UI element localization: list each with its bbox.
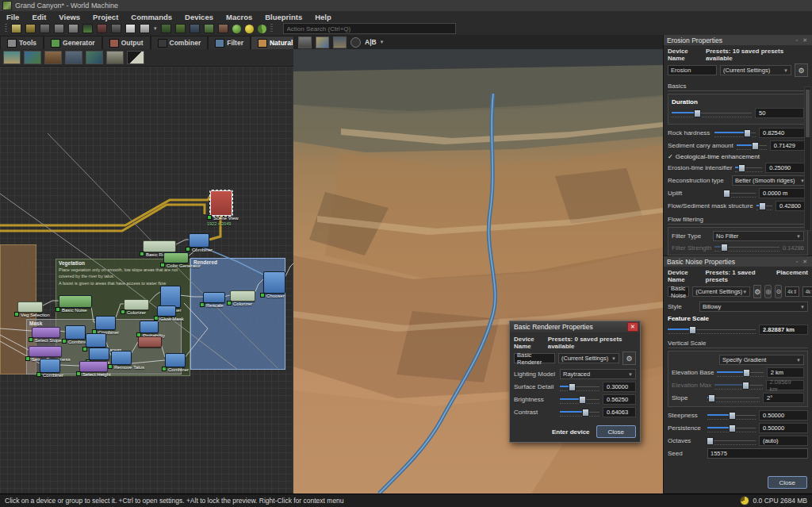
- reconstruction-dropdown[interactable]: Better (Smooth ridges)▼: [732, 175, 808, 186]
- menu-macros[interactable]: Macros: [220, 13, 259, 21]
- graph-node-colorizer[interactable]: [230, 290, 255, 302]
- filter-type-dropdown[interactable]: No Filter▼: [713, 231, 804, 241]
- render-mode-icon[interactable]: [298, 36, 312, 48]
- sediment-value[interactable]: 0.71429: [770, 140, 808, 151]
- graph-node-edit-flow-areas[interactable]: [86, 333, 106, 348]
- open-icon[interactable]: [25, 24, 36, 33]
- brightness-slider[interactable]: [560, 396, 599, 404]
- wireframe-mode-icon[interactable]: [333, 36, 347, 48]
- build-ball-split-icon[interactable]: [258, 25, 266, 33]
- save-icon[interactable]: [54, 24, 64, 33]
- graph-node-remove-river[interactable]: [89, 348, 109, 360]
- graph-node-combiner[interactable]: [189, 233, 209, 248]
- graph-node-combiner[interactable]: [165, 353, 186, 367]
- layout-grid-icon[interactable]: [140, 24, 150, 33]
- elevation-base-value[interactable]: 2 km: [767, 367, 804, 378]
- graph-node-chooser[interactable]: [263, 271, 285, 294]
- preset-dropdown[interactable]: (Current Settings)▼: [692, 286, 750, 297]
- pointer-icon[interactable]: [68, 24, 79, 33]
- surface-detail-value[interactable]: 0.30000: [603, 382, 636, 392]
- ab-compare-toggle[interactable]: A|B: [365, 38, 377, 46]
- placement-size-spinner[interactable]: 4k⇕: [785, 286, 799, 297]
- tab-tools[interactable]: Tools: [0, 36, 44, 49]
- dialog-close-button[interactable]: Close: [596, 425, 636, 438]
- graph-node-scene-view[interactable]: [210, 190, 232, 216]
- graph-node-select-slope[interactable]: [32, 327, 60, 338]
- device-palette-item[interactable]: [3, 51, 21, 64]
- new-world-icon[interactable]: [11, 24, 21, 33]
- erosion-panel-header[interactable]: Erosion Properties ▫ ✕: [664, 35, 812, 45]
- device-palette-item[interactable]: [106, 51, 124, 64]
- texture-view-icon[interactable]: [218, 24, 228, 33]
- placement-size-spinner[interactable]: 4k⇕: [802, 286, 812, 297]
- intensifier-slider[interactable]: [735, 164, 762, 172]
- feature-scale-value[interactable]: 2.82887 km: [759, 325, 808, 335]
- menu-blueprints[interactable]: Blueprints: [259, 13, 308, 21]
- elevation-base-slider[interactable]: [717, 369, 763, 377]
- uplift-slider[interactable]: [724, 190, 756, 198]
- flow-mask-value[interactable]: 0.42800: [776, 201, 808, 211]
- feature-scale-slider[interactable]: [668, 326, 756, 334]
- device-palette-item[interactable]: [24, 51, 41, 64]
- menu-commands[interactable]: Commands: [124, 13, 178, 21]
- persistence-value[interactable]: 0.50000: [759, 423, 808, 433]
- graph-node-combiner[interactable]: [65, 325, 86, 340]
- heightfield-icon[interactable]: [97, 24, 107, 33]
- graph-node-select-roughness[interactable]: [29, 346, 62, 357]
- graph-node-chooser[interactable]: [160, 286, 181, 308]
- tab-output[interactable]: Output: [102, 36, 151, 49]
- texture-mode-icon[interactable]: [316, 36, 329, 48]
- toolbar-grip[interactable]: [5, 24, 7, 33]
- panel-minimize-close-icons[interactable]: ▫ ✕: [796, 259, 809, 265]
- rock-hardness-slider[interactable]: [714, 129, 756, 137]
- ab-caret-icon[interactable]: ▾: [381, 39, 384, 45]
- menu-project[interactable]: Project: [86, 13, 124, 21]
- intensifier-value[interactable]: 0.25090: [765, 163, 808, 173]
- graph-node-veg-selection[interactable]: [17, 302, 43, 313]
- seed-input[interactable]: 15575: [707, 448, 808, 459]
- action-search-input[interactable]: [283, 23, 456, 34]
- graph-node-rescale[interactable]: [203, 292, 225, 303]
- menu-help[interactable]: Help: [308, 13, 338, 21]
- help-icon[interactable]: [40, 24, 50, 33]
- lighting-model-dropdown[interactable]: Raytraced▼: [560, 369, 636, 379]
- noise-panel-header[interactable]: Basic Noise Properties ▫ ✕: [664, 256, 812, 267]
- menu-devices[interactable]: Devices: [178, 13, 220, 21]
- duration-slider[interactable]: [672, 109, 752, 117]
- device-name-input[interactable]: Erosion: [668, 65, 717, 75]
- steepness-slider[interactable]: [707, 412, 756, 420]
- node-graph-canvas[interactable]: VegetationPlace vegetation only on smoot…: [0, 67, 293, 494]
- graph-node-combiner[interactable]: [40, 359, 60, 373]
- leftright-view-icon[interactable]: [175, 24, 186, 33]
- geo-checkbox[interactable]: ✓: [668, 153, 673, 160]
- dialog-title-bar[interactable]: Basic Renderer Properties ✕: [510, 321, 640, 332]
- device-palette-item[interactable]: [44, 51, 62, 64]
- octaves-slider[interactable]: [707, 437, 756, 445]
- octaves-value[interactable]: (auto): [759, 436, 808, 446]
- search-grip[interactable]: [270, 24, 273, 33]
- preset-dropdown[interactable]: (Current Settings)▼: [720, 65, 791, 75]
- terrain-graph-icon[interactable]: [82, 24, 93, 33]
- contrast-slider[interactable]: [560, 409, 599, 417]
- enter-device-button[interactable]: Enter device: [552, 428, 590, 436]
- brightness-value[interactable]: 0.56250: [603, 394, 636, 405]
- layout-caret-icon[interactable]: ▾: [154, 25, 157, 32]
- slope-slider[interactable]: [707, 394, 760, 402]
- duration-value[interactable]: 50: [755, 108, 804, 118]
- uplift-value[interactable]: 0.0000 m: [759, 188, 808, 198]
- noise-close-button[interactable]: Close: [768, 476, 807, 489]
- device-palette-item[interactable]: [86, 51, 103, 64]
- steepness-value[interactable]: 0.50000: [759, 410, 808, 421]
- erosion-scrollbar[interactable]: [804, 86, 811, 231]
- panel-minimize-close-icons[interactable]: ▫ ✕: [796, 37, 809, 44]
- split-layout-icon[interactable]: [125, 24, 136, 33]
- graph-node-color-generator[interactable]: [163, 252, 189, 263]
- tab-filter[interactable]: Filter: [208, 36, 251, 49]
- style-dropdown[interactable]: Billowy▼: [699, 302, 808, 312]
- preset-gear-icon[interactable]: ⚙: [622, 351, 636, 365]
- world-view-icon[interactable]: [190, 24, 200, 33]
- preset-gear-icon[interactable]: ⚙: [753, 285, 761, 298]
- world-icon[interactable]: [111, 24, 121, 33]
- menu-views[interactable]: Views: [52, 13, 86, 21]
- graph-node-probability[interactable]: [140, 321, 159, 333]
